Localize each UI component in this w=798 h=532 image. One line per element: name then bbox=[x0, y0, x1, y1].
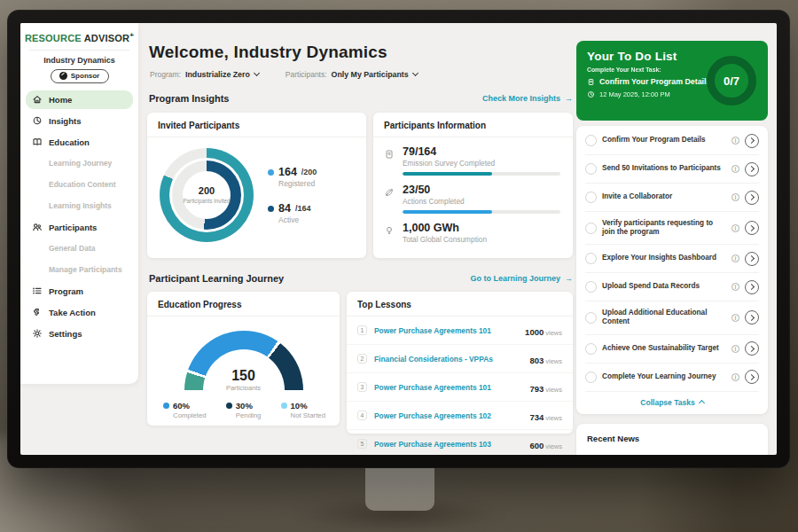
participants-label: Participants: bbox=[286, 70, 327, 79]
recent-news-card: Recent News bbox=[576, 424, 768, 455]
lesson-views: 803 bbox=[529, 356, 544, 365]
task-label: Invite a Collaborator bbox=[602, 192, 726, 202]
task-checkbox[interactable] bbox=[585, 135, 597, 146]
task-chevron-button[interactable] bbox=[745, 341, 759, 356]
task-chevron-button[interactable] bbox=[745, 370, 759, 384]
lesson-views: 600 bbox=[529, 441, 544, 450]
go-to-learning-journey-link[interactable]: Go to Learning Journey bbox=[470, 274, 573, 283]
invited-legend: 164 /200 Registered 84 /164 Active bbox=[268, 166, 317, 224]
lesson-link[interactable]: Power Purchase Agreements 101 bbox=[374, 326, 518, 335]
lesson-rank: 4 bbox=[357, 411, 367, 420]
people-icon bbox=[32, 222, 43, 232]
participants-dropdown[interactable]: Participants: Only My Participants bbox=[286, 70, 418, 79]
views-suffix: views bbox=[545, 357, 562, 365]
donut-center-label: Participants Invited bbox=[183, 198, 230, 205]
app-logo: RESOURCE ADVISOR+ bbox=[20, 31, 138, 43]
card-title: Top Lessons bbox=[347, 292, 573, 317]
task-label: Explore Your Insights Dashboard bbox=[602, 254, 726, 263]
task-checkbox[interactable] bbox=[585, 312, 597, 324]
task-checkbox[interactable] bbox=[585, 343, 597, 355]
education-progress-card: Education Progress 150 Participants 60% … bbox=[147, 292, 340, 426]
lesson-link[interactable]: Power Purchase Agreements 101 bbox=[374, 383, 522, 392]
info-icon[interactable] bbox=[732, 254, 739, 262]
todo-task-row: Complete Your Learning Journey bbox=[585, 364, 759, 392]
task-checkbox[interactable] bbox=[585, 163, 597, 175]
sidebar-item-program[interactable]: Program bbox=[26, 282, 133, 301]
task-checkbox[interactable] bbox=[585, 253, 597, 264]
todo-summary-card: Your To Do List Complete Your Next Task:… bbox=[576, 41, 768, 121]
sidebar-item-take-action[interactable]: Take Action bbox=[26, 303, 133, 322]
task-chevron-button[interactable] bbox=[745, 252, 759, 266]
sidebar-item-manage-participants[interactable]: Manage Participants bbox=[26, 261, 133, 279]
task-checkbox[interactable] bbox=[585, 192, 597, 203]
progress-track bbox=[403, 172, 560, 176]
todo-progress-ring: 0/7 bbox=[707, 56, 756, 106]
stat-row: 23/50 Actions Completed bbox=[373, 176, 573, 214]
sidebar: RESOURCE ADVISOR+ Industry Dynamics Spon… bbox=[20, 23, 138, 384]
sidebar-item-participants[interactable]: Participants bbox=[26, 218, 133, 237]
task-chevron-button[interactable] bbox=[745, 134, 759, 148]
program-dropdown[interactable]: Program: Industrialize Zero bbox=[150, 70, 259, 79]
stat-label: Emission Survey Completed bbox=[403, 159, 560, 168]
lesson-link[interactable]: Power Purchase Agreements 102 bbox=[374, 411, 522, 420]
task-checkbox[interactable] bbox=[585, 372, 597, 383]
todo-task-row: Explore Your Insights Dashboard bbox=[585, 245, 759, 273]
info-icon[interactable] bbox=[732, 224, 739, 232]
task-label: Confirm Your Program Details bbox=[602, 136, 726, 145]
puzzle-icon bbox=[32, 307, 43, 317]
views-suffix: views bbox=[545, 442, 562, 450]
sidebar-item-insights[interactable]: Insights bbox=[26, 112, 133, 130]
legend-completed: 60% Completed bbox=[163, 401, 207, 419]
info-icon[interactable] bbox=[732, 283, 739, 291]
gauge-center-label: Participants bbox=[184, 384, 303, 390]
lesson-row: 5 Power Purchase Agreements 103 600views bbox=[347, 430, 573, 455]
lesson-rank: 1 bbox=[357, 325, 367, 335]
participants-information-card: Participants Information 79/164 Emission… bbox=[373, 113, 573, 258]
task-chevron-button[interactable] bbox=[745, 162, 759, 176]
info-icon[interactable] bbox=[732, 373, 739, 381]
sidebar-item-general-data[interactable]: General Data bbox=[26, 239, 133, 258]
chevron-up-icon bbox=[699, 400, 705, 406]
check-more-insights-link[interactable]: Check More Insights bbox=[482, 94, 573, 103]
info-icon[interactable] bbox=[732, 137, 739, 145]
legend-label: Registered bbox=[278, 179, 317, 188]
card-title: Education Progress bbox=[147, 292, 340, 317]
lesson-views: 1000 bbox=[525, 327, 544, 337]
gauge-center: 150 Participants bbox=[184, 368, 303, 390]
stat-value: 23/50 bbox=[403, 184, 560, 196]
lesson-row: 3 Power Purchase Agreements 101 793views bbox=[347, 373, 573, 402]
task-chevron-button[interactable] bbox=[745, 280, 759, 294]
sidebar-item-home[interactable]: Home bbox=[26, 90, 133, 109]
info-icon[interactable] bbox=[732, 314, 739, 322]
lesson-row: 4 Power Purchase Agreements 102 734views bbox=[347, 402, 573, 430]
lesson-link[interactable]: Financial Considerations - VPPAs bbox=[374, 355, 522, 364]
sidebar-item-education-content[interactable]: Education Content bbox=[26, 176, 133, 194]
sidebar-item-learning-journey[interactable]: Learning Journey bbox=[26, 154, 133, 173]
info-icon[interactable] bbox=[732, 193, 739, 201]
invited-donut-chart: 200 Participants Invited bbox=[160, 148, 254, 242]
legend-value: 84 bbox=[278, 202, 291, 215]
lesson-link[interactable]: Power Purchase Agreements 103 bbox=[374, 440, 522, 449]
chevron-right-icon bbox=[748, 284, 755, 290]
task-checkbox[interactable] bbox=[585, 223, 597, 234]
task-chevron-button[interactable] bbox=[745, 191, 759, 205]
home-icon bbox=[32, 94, 43, 105]
collapse-tasks-link[interactable]: Collapse Tasks bbox=[585, 392, 759, 411]
sidebar-item-label: Insights bbox=[49, 116, 81, 126]
org-name: Industry Dynamics bbox=[20, 56, 138, 65]
todo-next-task: Confirm Your Program Details bbox=[599, 77, 710, 86]
legend-percent: 10% bbox=[291, 401, 308, 411]
task-chevron-button[interactable] bbox=[745, 221, 759, 235]
task-chevron-button[interactable] bbox=[745, 310, 759, 325]
sidebar-item-label: Participants bbox=[49, 223, 97, 232]
task-checkbox[interactable] bbox=[585, 281, 597, 293]
info-icon[interactable] bbox=[732, 165, 739, 173]
sponsor-badge[interactable]: Sponsor bbox=[51, 69, 109, 83]
sidebar-item-education[interactable]: Education bbox=[26, 133, 133, 152]
sidebar-item-label: Education Content bbox=[49, 180, 116, 189]
legend-pending: 30% Pending bbox=[226, 401, 262, 419]
info-icon[interactable] bbox=[732, 345, 739, 353]
sidebar-item-settings[interactable]: Settings bbox=[26, 325, 133, 343]
sidebar-item-learning-insights[interactable]: Learning Insights bbox=[26, 197, 133, 215]
section-title: Program Insights bbox=[149, 93, 229, 104]
